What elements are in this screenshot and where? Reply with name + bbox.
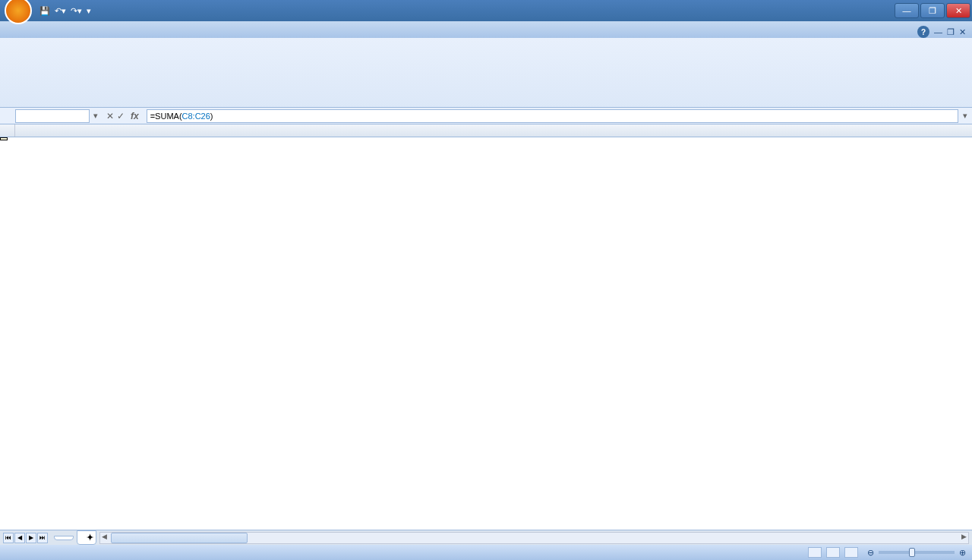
formula-expand-icon[interactable]: ▾ (958, 111, 972, 121)
save-icon[interactable]: 💾 (39, 6, 50, 16)
horizontal-scrollbar[interactable]: ◀ ▶ (99, 532, 969, 544)
close-button[interactable]: ✕ (946, 3, 970, 18)
spreadsheet-grid[interactable] (0, 124, 972, 530)
select-all-corner[interactable] (0, 124, 15, 137)
qat-customize-icon[interactable]: ▾ (87, 6, 91, 16)
zoom-in-icon[interactable]: ⊕ (959, 548, 966, 558)
column-headers[interactable] (0, 124, 972, 137)
zoom-out-icon[interactable]: ⊖ (867, 548, 874, 558)
status-bar: ⊖ ⊕ (0, 545, 972, 560)
redo-icon[interactable]: ↷▾ (71, 6, 82, 16)
sheet-nav-last-icon[interactable]: ⏭ (37, 533, 48, 543)
zoom-slider[interactable] (879, 551, 955, 554)
sheet-nav-prev-icon[interactable]: ◀ (14, 533, 25, 543)
cancel-formula-icon[interactable]: ✕ (106, 111, 114, 121)
doc-restore-icon[interactable]: ❐ (947, 27, 955, 37)
new-sheet-button[interactable]: ✦ (77, 530, 96, 545)
office-button[interactable] (5, 0, 32, 24)
name-box[interactable] (15, 109, 90, 123)
horizontal-scroll-thumb[interactable] (111, 533, 248, 543)
formula-bar: ▾ ✕ ✓ fx =SUMA(C8:C26) ▾ (0, 108, 972, 124)
fx-icon[interactable]: fx (128, 111, 142, 121)
undo-icon[interactable]: ↶▾ (55, 6, 66, 16)
view-layout-icon[interactable] (826, 547, 840, 558)
quick-access-toolbar: 💾 ↶▾ ↷▾ ▾ (39, 6, 91, 16)
zoom-thumb[interactable] (909, 548, 915, 557)
view-pagebreak-icon[interactable] (844, 547, 858, 558)
enter-formula-icon[interactable]: ✓ (117, 111, 125, 121)
maximize-button[interactable]: ❐ (920, 3, 945, 18)
help-icon[interactable]: ? (917, 26, 929, 38)
minimize-button[interactable]: — (895, 3, 919, 18)
title-bar: 💾 ↶▾ ↷▾ ▾ — ❐ ✕ (0, 0, 972, 21)
sheet-nav-next-icon[interactable]: ▶ (26, 533, 36, 543)
ribbon-tabs: ? — ❐ ✕ (0, 21, 972, 38)
function-tooltip (0, 137, 8, 140)
doc-close-icon[interactable]: ✕ (959, 27, 966, 37)
view-normal-icon[interactable] (808, 547, 822, 558)
sheet-tab-bar: ⏮ ◀ ▶ ⏭ ✦ ◀ ▶ (0, 530, 972, 545)
ribbon (0, 38, 972, 108)
formula-input[interactable]: =SUMA(C8:C26) (147, 109, 958, 123)
sheet-nav-first-icon[interactable]: ⏮ (3, 533, 14, 543)
name-box-dropdown-icon[interactable]: ▾ (90, 111, 102, 121)
sheet-tab-active[interactable] (54, 536, 74, 540)
window-controls: — ❐ ✕ (895, 3, 972, 18)
ribbon-minimize-icon[interactable]: — (934, 27, 942, 36)
